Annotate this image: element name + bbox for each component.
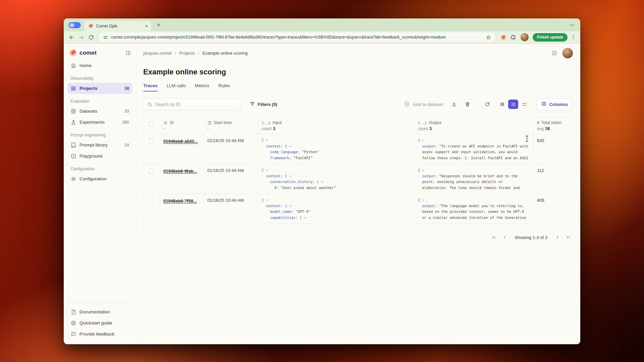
- sidebar-item-datasets[interactable]: Datasets33: [68, 106, 132, 117]
- browser-profile-avatar[interactable]: [521, 33, 529, 41]
- delete-icon[interactable]: [462, 99, 473, 110]
- header-checkbox-cell: [143, 117, 160, 134]
- expand-caret-icon[interactable]: [289, 144, 292, 147]
- column-header-output[interactable]: {..}Output count3: [415, 117, 534, 134]
- hash-icon: #: [537, 121, 539, 125]
- breadcrumb-item[interactable]: Example online scoring: [203, 51, 248, 56]
- density-medium-button[interactable]: [508, 100, 518, 109]
- tab-llm-calls[interactable]: LLM calls: [167, 83, 186, 92]
- expand-caret-icon[interactable]: [289, 204, 292, 206]
- new-tab-button[interactable]: +: [154, 20, 163, 30]
- select-all-checkbox[interactable]: [149, 122, 154, 127]
- user-avatar[interactable]: [562, 48, 573, 58]
- sidebar-item-count: 24: [124, 143, 129, 147]
- previous-page-icon[interactable]: [500, 233, 509, 242]
- table-toolbar: Filters (0) Add to dataset: [143, 98, 573, 110]
- column-header-total-tokens[interactable]: #Total token avg38: [534, 117, 573, 134]
- back-icon[interactable]: [67, 33, 76, 42]
- site-info-icon[interactable]: [103, 35, 108, 40]
- columns-button[interactable]: Columns: [536, 98, 573, 110]
- profile-chip-inner: [69, 23, 74, 27]
- tab-overflow-chevron-icon[interactable]: [571, 21, 574, 27]
- sidebar-item-quickstart-guide[interactable]: Quickstart guide: [68, 317, 132, 328]
- add-to-dataset-button[interactable]: Add to dataset: [401, 98, 446, 110]
- row-checkbox[interactable]: [149, 198, 154, 203]
- export-icon[interactable]: [449, 99, 460, 110]
- trace-id-link[interactable]: 01946eb6-7f58...: [163, 198, 197, 203]
- expand-caret-icon[interactable]: [266, 168, 268, 171]
- tab-close-icon[interactable]: ×: [145, 23, 148, 28]
- start-time-cell: 01/16/25 10:44 AM: [204, 134, 258, 164]
- sidebar-item-label: Projects: [79, 86, 121, 91]
- sidebar-item-provide-feedback[interactable]: Provide feedback: [68, 328, 132, 340]
- filters-button[interactable]: Filters (0): [245, 98, 282, 110]
- reload-icon[interactable]: [87, 33, 96, 42]
- browser-tab[interactable]: Comet Opik ×: [84, 21, 151, 31]
- first-page-icon[interactable]: [489, 233, 498, 242]
- traces-table: ID - Start time - {..}Input count3 {..: [143, 117, 573, 224]
- sidebar-item-home[interactable]: Home: [68, 60, 132, 71]
- density-small-button[interactable]: [497, 100, 507, 109]
- trace-id-link[interactable]: 01946eb6-a543...: [163, 139, 198, 144]
- expand-caret-icon[interactable]: [321, 180, 323, 183]
- sidebar-section-label: Prompt engineering: [68, 128, 132, 139]
- main-panel: jacques-comet›Projects›Example online sc…: [137, 44, 580, 344]
- density-large-button[interactable]: [519, 100, 529, 109]
- sidebar-item-experiments[interactable]: Experiments390: [68, 117, 132, 128]
- bookmark-star-icon[interactable]: [486, 35, 491, 40]
- sidebar: comet HomeObservabilityProjects38Evaluat…: [64, 44, 137, 344]
- sidebar-item-configuration[interactable]: Configuration: [68, 173, 132, 184]
- comet-extension-icon[interactable]: [500, 35, 506, 40]
- app-header-row: jacques-comet›Projects›Example online sc…: [143, 47, 573, 59]
- expand-caret-icon[interactable]: [266, 138, 268, 141]
- sidebar-item-label: Quickstart guide: [79, 320, 129, 325]
- column-header-start-time[interactable]: Start time -: [204, 117, 258, 134]
- breadcrumb-item[interactable]: Projects: [179, 51, 195, 56]
- column-header-input[interactable]: {..}Input count3: [258, 117, 415, 134]
- pagination-summary: Showing 1-3 of 3: [515, 235, 547, 240]
- sidebar-section-label: Evaluation: [68, 94, 132, 106]
- sidebar-collapse-icon[interactable]: [125, 50, 131, 56]
- column-aggregate: -: [207, 126, 209, 131]
- finish-update-button[interactable]: Finish update: [533, 33, 568, 42]
- expand-caret-icon[interactable]: [422, 168, 425, 171]
- trace-id-link[interactable]: 01946eb6-9fab...: [163, 169, 197, 174]
- sidebar-item-documentation[interactable]: Documentation: [68, 306, 132, 317]
- expand-caret-icon[interactable]: [304, 216, 307, 218]
- last-page-icon[interactable]: [564, 233, 573, 242]
- expand-caret-icon[interactable]: [422, 198, 425, 201]
- page-title: Example online scoring: [143, 68, 573, 76]
- browser-window: Comet Opik × + comet.com/opik/jacques-co…: [64, 18, 580, 344]
- expand-caret-icon[interactable]: [289, 174, 292, 177]
- apps-grid-icon[interactable]: [551, 50, 557, 56]
- expand-caret-icon[interactable]: [422, 138, 425, 141]
- aggregate-value: 3: [273, 126, 275, 131]
- next-page-icon[interactable]: [553, 233, 562, 242]
- comet-logo-icon: [69, 49, 77, 57]
- aggregate-value: 3: [429, 126, 432, 131]
- sidebar-item-prompt-library[interactable]: Prompt library24: [68, 139, 132, 150]
- refresh-icon[interactable]: [482, 99, 493, 110]
- row-checkbox[interactable]: [149, 139, 154, 144]
- tab-metrics[interactable]: Metrics: [195, 83, 210, 92]
- sidebar-item-projects[interactable]: Projects38: [68, 83, 132, 94]
- sidebar-item-label: Playground: [79, 154, 129, 159]
- tab-rules[interactable]: Rules: [218, 83, 230, 92]
- browser-menu-icon[interactable]: [570, 34, 577, 41]
- add-to-dataset-label: Add to dataset: [413, 102, 443, 107]
- output-json: { output: "Responses should be brief and…: [418, 167, 530, 191]
- search-icon: [147, 102, 152, 107]
- sidebar-item-playground[interactable]: Playground: [68, 150, 132, 162]
- breadcrumb-item[interactable]: jacques-comet: [143, 51, 172, 56]
- profile-chip[interactable]: [68, 22, 81, 28]
- row-checkbox[interactable]: [149, 169, 154, 174]
- tab-traces[interactable]: Traces: [143, 83, 158, 92]
- forward-icon[interactable]: [77, 33, 86, 42]
- address-bar[interactable]: comet.com/opik/jacques-comet/projects/01…: [99, 33, 495, 42]
- search-input[interactable]: [155, 102, 236, 107]
- expand-caret-icon[interactable]: [266, 198, 268, 201]
- pagination: Showing 1-3 of 3: [143, 233, 573, 242]
- extensions-puzzle-icon[interactable]: [509, 33, 518, 42]
- clock-icon: [207, 121, 212, 125]
- column-header-id[interactable]: ID -: [160, 117, 204, 134]
